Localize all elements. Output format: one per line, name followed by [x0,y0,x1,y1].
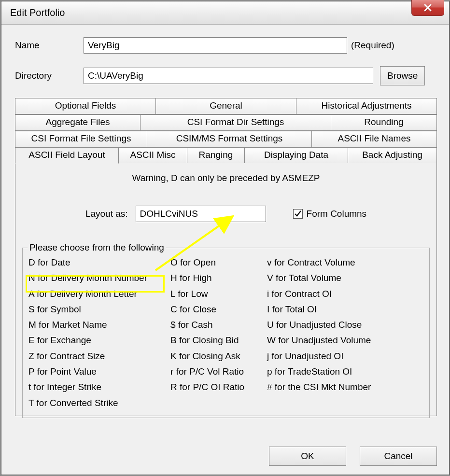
choice-item: v for Contract Volume [267,255,424,270]
choice-item: U for Unadjusted Close [267,317,424,333]
choice-item: O for Open [170,255,267,270]
choice-item: S for Symbol [28,302,170,317]
close-button[interactable] [411,0,444,16]
choices-col-2: O for Open H for High L for Low C for Cl… [170,255,267,411]
dialog-window: Edit Portfolio Name (Required) Directory… [1,1,450,475]
choice-item: j for Unadjusted OI [267,349,424,364]
tab-back-adjusting[interactable]: Back Adjusting [348,147,437,164]
client-area: Name (Required) Directory Browse Optiona… [1,25,449,475]
choice-item: K for Closing Ask [170,349,267,364]
window-title: Edit Portfolio [10,7,65,18]
form-columns-label: Form Columns [307,209,367,219]
choices-fieldset: Please choose from the following D for D… [22,242,430,418]
choice-item: # for the CSI Mkt Number [267,379,424,395]
tab-general[interactable]: General [155,98,296,114]
tab-ascii-file-names[interactable]: ASCII File Names [311,131,437,147]
choice-item: V for Total Volume [267,270,424,286]
choice-item: E for Exchange [28,333,170,348]
choice-item: A for Delivery Month Letter [28,286,170,302]
tab-ascii-field-layout[interactable]: ASCII Field Layout [15,147,119,164]
directory-input[interactable] [84,68,373,84]
form-columns-checkbox[interactable]: Form Columns [293,209,367,219]
tab-csim-ms-format-settings[interactable]: CSIM/MS Format Settings [147,131,312,147]
choices-col-1: D for Date N for Delivery Month Number A… [28,255,170,411]
checkbox-icon [293,209,303,219]
tab-page: Warning, D can only be preceded by ASMEZ… [15,163,437,416]
choice-item: $ for Cash [170,317,267,333]
choice-item: r for P/C Vol Ratio [170,364,267,379]
tab-csi-format-dir-settings[interactable]: CSI Format Dir Settings [140,114,331,131]
layout-input[interactable] [136,206,266,222]
browse-button[interactable]: Browse [380,66,425,85]
tabstrip: Optional Fields General Historical Adjus… [15,98,437,416]
tab-optional-fields[interactable]: Optional Fields [15,98,156,114]
close-icon [423,3,432,12]
required-label: (Required) [351,40,394,51]
choice-item: t for Integer Strike [28,379,170,395]
tab-displaying-data[interactable]: Displaying Data [244,147,348,164]
tab-ascii-misc[interactable]: ASCII Misc [118,147,187,164]
choice-item: R for P/C OI Ratio [170,379,267,395]
ok-button[interactable]: OK [269,447,346,466]
titlebar: Edit Portfolio [1,1,449,25]
choice-item: i for Contract OI [267,286,424,302]
directory-label: Directory [15,70,84,81]
row-name: Name (Required) [15,37,437,54]
choice-item: M for Market Name [28,317,170,333]
choice-item: I for Total OI [267,302,424,317]
choice-item: C for Close [170,302,267,317]
choice-item: W for Unadjusted Volume [267,333,424,348]
choices-legend: Please choose from the following [28,242,166,253]
layout-label: Layout as: [85,209,128,219]
tab-csi-format-file-settings[interactable]: CSI Format File Settings [15,131,147,147]
choice-item: B for Closing Bid [170,333,267,348]
tab-historical-adjustments[interactable]: Historical Adjustments [296,98,437,114]
layout-row: Layout as: Form Columns [22,206,430,222]
tab-aggregate-files[interactable]: Aggregate Files [15,114,141,131]
choice-item: p for TradeStation OI [267,364,424,379]
choice-item: N for Delivery Month Number [28,270,170,286]
row-directory: Directory Browse [15,66,437,85]
dialog-buttons: OK Cancel [269,447,437,466]
choice-item: P for Point Value [28,364,170,379]
choice-item: H for High [170,270,267,286]
cancel-button[interactable]: Cancel [360,447,437,466]
name-input[interactable] [84,37,347,54]
name-label: Name [15,40,84,51]
choice-item: D for Date [28,255,170,270]
choice-item: T for Converted Strike [28,395,170,411]
choice-item: L for Low [170,286,267,302]
choices-col-3: v for Contract Volume V for Total Volume… [267,255,424,411]
choice-item: Z for Contract Size [28,349,170,364]
tab-rounding[interactable]: Rounding [331,114,437,131]
warning-text: Warning, D can only be preceded by ASMEZ… [22,173,430,183]
tab-ranging[interactable]: Ranging [187,147,245,164]
